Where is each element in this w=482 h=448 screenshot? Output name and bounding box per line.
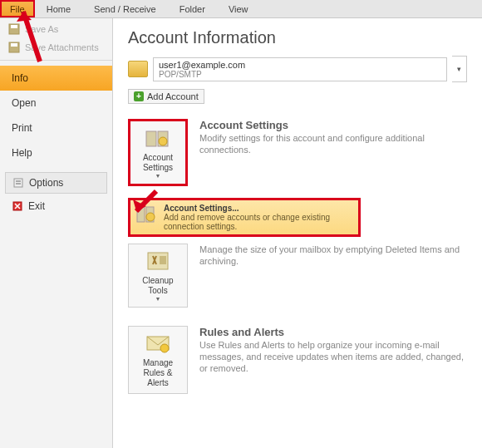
svg-point-10 (159, 137, 167, 145)
save-attachments-item: Save Attachments (0, 38, 112, 57)
svg-point-17 (160, 344, 169, 352)
page-title: Account Information (128, 28, 467, 47)
account-settings-menu-icon (135, 204, 157, 225)
rules-tile-label: Manage Rules & Alerts (132, 358, 184, 388)
section-cleanup: Cleanup Tools ▼ Manage the size of your … (128, 244, 467, 308)
options-icon (12, 177, 24, 189)
main-content: Account Information user1@example.com PO… (113, 18, 482, 448)
save-icon (8, 23, 20, 35)
nav-info[interactable]: Info (0, 66, 112, 91)
save-attachments-label: Save Attachments (25, 42, 99, 52)
account-settings-icon (145, 126, 171, 150)
account-settings-title: Account Settings (199, 119, 467, 131)
nav-open[interactable]: Open (0, 91, 112, 116)
account-folder-icon (128, 61, 148, 77)
svg-rect-5 (16, 180, 21, 182)
add-account-button[interactable]: + Add Account (128, 89, 204, 104)
tab-file[interactable]: File (0, 0, 35, 17)
rules-title: Rules and Alerts (199, 326, 467, 338)
cleanup-desc: Manage the size of your mailbox by empty… (199, 244, 467, 268)
backstage-sidebar: Save As Save Attachments Info Open Print… (0, 18, 113, 448)
tab-folder[interactable]: Folder (168, 0, 217, 17)
exit-icon (12, 200, 23, 212)
sidebar-separator (0, 60, 112, 61)
ribbon-tabs: File Home Send / Receive Folder View (0, 0, 482, 18)
account-settings-menu-item[interactable]: Account Settings... Add and remove accou… (128, 198, 361, 237)
account-settings-tile[interactable]: Account Settings ▼ (128, 119, 188, 186)
svg-rect-1 (11, 25, 17, 28)
attachment-icon (8, 42, 20, 53)
section-rules: Manage Rules & Alerts Rules and Alerts U… (128, 326, 467, 394)
add-account-label: Add Account (147, 91, 199, 101)
rules-alerts-tile[interactable]: Manage Rules & Alerts (128, 326, 188, 394)
cleanup-icon (145, 249, 171, 273)
plus-icon: + (134, 91, 144, 101)
cleanup-tile-label: Cleanup Tools (132, 276, 184, 296)
nav-options[interactable]: Options (5, 172, 107, 194)
rules-icon (145, 332, 171, 355)
chevron-down-icon: ▼ (155, 173, 161, 179)
svg-rect-15 (160, 256, 166, 264)
nav-exit[interactable]: Exit (0, 194, 112, 219)
tab-send-receive[interactable]: Send / Receive (82, 0, 168, 17)
save-as-item: Save As (0, 20, 112, 38)
chevron-down-icon: ▼ (155, 296, 161, 302)
account-settings-desc: Modify settings for this account and con… (199, 132, 467, 156)
svg-rect-6 (16, 183, 21, 185)
account-settings-tile-label: Account Settings (134, 153, 182, 173)
svg-rect-8 (146, 131, 156, 146)
rules-desc: Use Rules and Alerts to help organize yo… (199, 339, 467, 375)
account-dropdown-arrow[interactable]: ▾ (452, 56, 467, 82)
tab-view[interactable]: View (217, 0, 260, 17)
svg-rect-3 (11, 43, 17, 47)
account-selector[interactable]: user1@example.com POP/SMTP ▾ (128, 56, 467, 82)
nav-print[interactable]: Print (0, 116, 112, 140)
menu-item-title: Account Settings... (164, 204, 353, 213)
account-email: user1@example.com (159, 60, 441, 70)
nav-exit-label: Exit (28, 200, 45, 212)
save-as-label: Save As (25, 24, 58, 34)
svg-rect-11 (137, 207, 145, 222)
nav-options-label: Options (29, 177, 63, 189)
cleanup-tools-tile[interactable]: Cleanup Tools ▼ (128, 244, 188, 308)
svg-point-13 (146, 213, 155, 221)
section-account-settings: Account Settings ▼ Account Settings Modi… (128, 119, 467, 186)
account-box: user1@example.com POP/SMTP (153, 57, 447, 81)
nav-help[interactable]: Help (0, 140, 112, 165)
tab-home[interactable]: Home (35, 0, 82, 17)
account-type: POP/SMTP (159, 70, 441, 79)
menu-item-desc: Add and remove accounts or change existi… (164, 213, 353, 231)
